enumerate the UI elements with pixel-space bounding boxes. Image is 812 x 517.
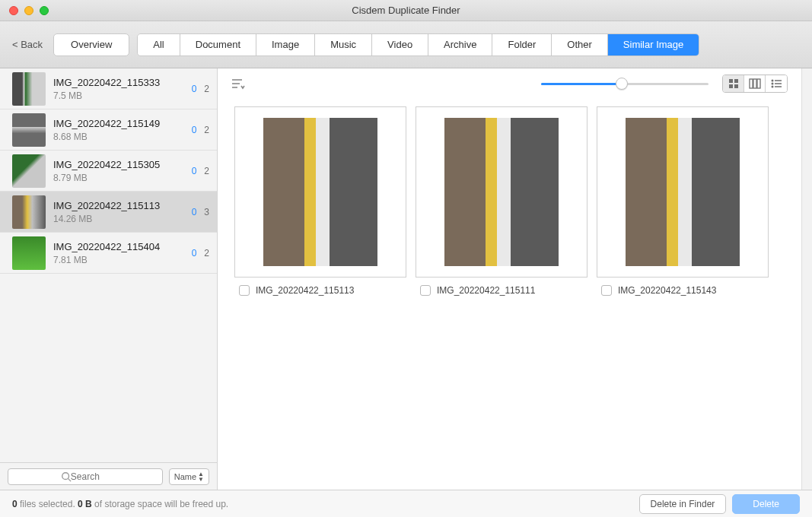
svg-rect-7 — [729, 84, 733, 88]
image-card[interactable]: IMG_20220422_115113 — [234, 106, 406, 296]
item-size: 14.26 MB — [53, 214, 184, 224]
category-tabs: All Document Image Music Video Archive F… — [137, 33, 699, 56]
select-checkbox[interactable] — [601, 285, 612, 296]
tab-similar-image[interactable]: Similar Image — [608, 34, 699, 56]
duplicate-group-list: IMG_20220422_115333 7.5 MB 0 2 IMG_20220… — [0, 68, 217, 462]
titlebar: Cisdem Duplicate Finder — [0, 0, 812, 21]
image-thumbnail — [263, 118, 377, 266]
item-size: 7.81 MB — [53, 255, 184, 265]
item-name: IMG_20220422_115149 — [53, 118, 184, 129]
search-input-wrap[interactable] — [8, 468, 163, 485]
tab-other[interactable]: Other — [552, 34, 608, 56]
search-input[interactable] — [8, 469, 162, 484]
item-name: IMG_20220422_115404 — [53, 241, 184, 252]
list-item[interactable]: IMG_20220422_115333 7.5 MB 0 2 — [0, 68, 217, 109]
select-checkbox[interactable] — [239, 285, 250, 296]
item-name: IMG_20220422_115333 — [53, 77, 184, 88]
item-name: IMG_20220422_115113 — [53, 200, 184, 211]
overview-button[interactable]: Overview — [53, 33, 129, 56]
item-total-count: 2 — [204, 84, 209, 94]
view-mode-segment — [722, 75, 788, 93]
thumbnail-icon — [12, 113, 46, 147]
svg-rect-10 — [753, 79, 756, 88]
item-total-count: 2 — [204, 166, 209, 176]
tab-archive[interactable]: Archive — [428, 34, 492, 56]
status-text: 0 files selected. 0 B of storage space w… — [12, 499, 228, 509]
view-columns-icon[interactable] — [744, 75, 766, 92]
thumbnail-icon — [12, 72, 46, 106]
sort-label: Name — [174, 472, 196, 481]
scrollbar[interactable] — [801, 68, 812, 490]
image-grid: IMG_20220422_115113 IMG_20220422_115111 … — [218, 99, 801, 303]
view-list-icon[interactable] — [766, 75, 787, 92]
sidebar: IMG_20220422_115333 7.5 MB 0 2 IMG_20220… — [0, 68, 218, 490]
item-selected-count: 0 — [192, 84, 197, 94]
item-total-count: 2 — [204, 248, 209, 258]
item-size: 8.79 MB — [53, 173, 184, 183]
list-item[interactable]: IMG_20220422_115113 14.26 MB 0 3 — [0, 192, 217, 233]
image-thumbnail — [626, 118, 740, 266]
svg-line-1 — [68, 478, 71, 481]
svg-rect-9 — [750, 79, 753, 88]
content-toolbar — [218, 68, 801, 99]
tab-all[interactable]: All — [138, 34, 180, 56]
item-name: IMG_20220422_115305 — [53, 159, 184, 170]
tab-video[interactable]: Video — [372, 34, 428, 56]
tab-document[interactable]: Document — [180, 34, 256, 56]
thumbnail-icon — [12, 195, 46, 229]
svg-point-14 — [772, 86, 774, 88]
toolbar: < Back Overview All Document Image Music… — [0, 21, 812, 68]
footer: 0 files selected. 0 B of storage space w… — [0, 490, 812, 517]
svg-rect-8 — [734, 84, 738, 88]
tab-music[interactable]: Music — [315, 34, 372, 56]
svg-rect-5 — [729, 79, 733, 83]
tab-folder[interactable]: Folder — [492, 34, 552, 56]
svg-rect-6 — [734, 79, 738, 83]
thumbnail-icon — [12, 236, 46, 270]
svg-point-12 — [772, 80, 774, 82]
list-item[interactable]: IMG_20220422_115149 8.68 MB 0 2 — [0, 109, 217, 151]
select-checkbox[interactable] — [420, 285, 431, 296]
item-size: 7.5 MB — [53, 90, 184, 101]
thumbnail-size-slider[interactable] — [541, 76, 709, 91]
image-name: IMG_20220422_115113 — [256, 285, 354, 296]
search-icon — [61, 471, 72, 482]
item-selected-count: 0 — [192, 207, 197, 217]
image-thumbnail — [444, 118, 559, 266]
image-card[interactable]: IMG_20220422_115143 — [597, 106, 769, 296]
item-selected-count: 0 — [192, 125, 197, 135]
image-name: IMG_20220422_115143 — [618, 285, 716, 296]
delete-in-finder-button[interactable]: Delete in Finder — [639, 494, 727, 514]
svg-rect-11 — [757, 79, 760, 88]
svg-point-13 — [772, 83, 774, 85]
svg-point-0 — [62, 472, 69, 479]
sort-arrows-icon: ▲▼ — [198, 471, 204, 482]
tab-image[interactable]: Image — [256, 34, 315, 56]
sort-options-icon[interactable] — [231, 78, 245, 90]
delete-button[interactable]: Delete — [732, 494, 800, 514]
window-title: Cisdem Duplicate Finder — [0, 5, 812, 16]
image-name: IMG_20220422_115111 — [437, 285, 535, 296]
sort-button[interactable]: Name ▲▼ — [169, 468, 209, 485]
item-selected-count: 0 — [192, 166, 197, 176]
sidebar-bottom-bar: Name ▲▼ — [0, 462, 217, 490]
view-grid-icon[interactable] — [723, 75, 744, 92]
item-total-count: 2 — [204, 125, 209, 135]
back-button[interactable]: < Back — [12, 39, 43, 50]
item-total-count: 3 — [204, 207, 209, 217]
list-item[interactable]: IMG_20220422_115404 7.81 MB 0 2 — [0, 233, 217, 274]
item-selected-count: 0 — [192, 248, 197, 258]
item-size: 8.68 MB — [53, 132, 184, 142]
list-item[interactable]: IMG_20220422_115305 8.79 MB 0 2 — [0, 151, 217, 192]
thumbnail-icon — [12, 154, 46, 188]
image-card[interactable]: IMG_20220422_115111 — [416, 106, 588, 296]
